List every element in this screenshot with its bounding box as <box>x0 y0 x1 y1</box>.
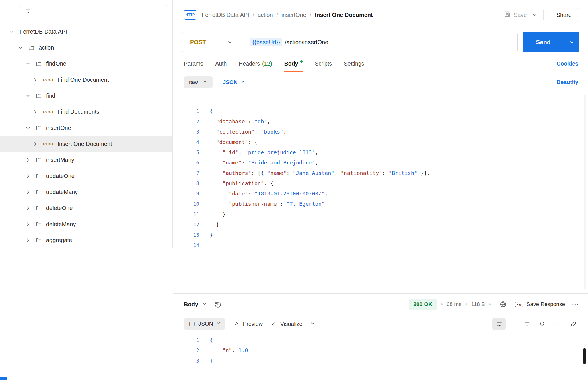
breadcrumb-item[interactable]: FerretDB Data API <box>202 12 249 18</box>
tree-request-find-one-document[interactable]: POSTFind One Document <box>0 72 172 88</box>
language-select[interactable]: JSON <box>223 79 246 85</box>
plus-icon <box>7 7 15 16</box>
response-body-code[interactable]: 1{2 "n": 1.03} <box>173 333 588 366</box>
line-number: 5 <box>173 147 199 158</box>
tree-request-insert-one-document[interactable]: POSTInsert One Document <box>0 136 172 152</box>
visualize-button[interactable]: Visualize <box>271 320 303 328</box>
code-line: 9 "date": "1813-01-28T00:00:00Z", <box>173 189 588 199</box>
save-options-chevron[interactable] <box>532 13 537 17</box>
tree-request-find-documents[interactable]: POSTFind Documents <box>0 104 172 120</box>
collection-search-input[interactable] <box>20 5 167 18</box>
share-button[interactable]: Share <box>549 8 579 22</box>
folder-icon <box>36 93 42 99</box>
chevron-down-icon[interactable] <box>25 60 31 67</box>
code-line: 1{ <box>173 335 588 345</box>
save-response-button[interactable]: e.g. Save Response <box>515 301 565 307</box>
request-body-code: 1{2 "database": "db",3 "collection": "bo… <box>173 106 588 250</box>
divider <box>543 10 544 20</box>
line-number: 3 <box>173 356 199 366</box>
chevron-right-icon[interactable] <box>25 221 31 227</box>
tree-folder-findone[interactable]: findOne <box>0 56 172 72</box>
method-badge: POST <box>43 142 54 146</box>
tree-folder-action[interactable]: action <box>0 40 172 56</box>
chevron-right-icon[interactable] <box>32 109 38 115</box>
request-body-editor[interactable]: 1{2 "database": "db",3 "collection": "bo… <box>173 92 588 293</box>
wrap-text-button[interactable] <box>492 318 506 330</box>
chevron-down-icon[interactable] <box>17 44 24 51</box>
url-input[interactable]: {{baseUrl}} /action/insertOne <box>250 38 328 46</box>
baseurl-variable-chip[interactable]: {{baseUrl}} <box>250 38 282 46</box>
line-number: 10 <box>173 199 199 209</box>
tree-collection-ferretdb-data-api[interactable]: FerretDB Data API <box>0 23 172 40</box>
chevron-right-icon[interactable] <box>25 205 31 211</box>
copy-icon[interactable] <box>552 318 564 330</box>
chevron-right-icon[interactable] <box>32 77 38 83</box>
search-icon[interactable] <box>536 318 548 330</box>
response-time: 68 ms <box>447 301 462 307</box>
send-options-chevron[interactable] <box>564 32 579 52</box>
breadcrumb-current: Insert One Document <box>315 12 373 18</box>
visualize-label: Visualize <box>280 321 303 327</box>
line-number: 14 <box>173 240 199 250</box>
code-line: 3 "collection": "books", <box>173 127 588 137</box>
chevron-right-icon[interactable] <box>25 237 31 243</box>
tab-scripts[interactable]: Scripts <box>315 54 332 73</box>
beautify-link[interactable]: Beautify <box>557 79 578 85</box>
breadcrumb-item[interactable]: insertOne <box>281 12 306 18</box>
tree-folder-insertone[interactable]: insertOne <box>0 120 172 136</box>
wand-icon <box>271 320 277 328</box>
tab-settings[interactable]: Settings <box>344 54 364 73</box>
chevron-down-icon[interactable] <box>9 28 15 35</box>
more-options-icon[interactable] <box>571 301 579 308</box>
preview-button[interactable]: Preview <box>233 320 262 328</box>
new-button[interactable] <box>6 7 16 16</box>
response-history-icon[interactable] <box>214 301 222 308</box>
tab-body[interactable]: Body <box>284 54 303 73</box>
sidebar-toolbar <box>0 0 172 21</box>
link-icon[interactable] <box>567 318 579 330</box>
tab-headers[interactable]: Headers(12) <box>239 54 272 73</box>
tab-params[interactable]: Params <box>184 54 203 73</box>
breadcrumb-item[interactable]: action <box>258 12 273 18</box>
chevron-right-icon[interactable] <box>25 173 31 179</box>
tree-folder-updatemany[interactable]: updateMany <box>0 184 172 200</box>
response-format-select[interactable]: { } JSON <box>184 318 225 330</box>
chevron-down-icon[interactable] <box>25 93 31 99</box>
response-scrollbar-thumb[interactable] <box>583 348 586 364</box>
tree-item-label: Find One Document <box>57 77 109 83</box>
chevron-right-icon[interactable] <box>25 189 31 195</box>
folder-icon <box>36 157 42 163</box>
tree-item-label: updateMany <box>46 189 78 195</box>
body-content-dot <box>300 60 303 63</box>
filter-lines-icon[interactable] <box>521 318 533 330</box>
chevron-right-icon[interactable] <box>25 157 31 163</box>
chevron-down-icon[interactable] <box>25 125 31 131</box>
sidebar: FerretDB Data APIactionfindOnePOSTFind O… <box>0 0 173 248</box>
line-number: 7 <box>173 168 199 178</box>
tree-folder-find[interactable]: find <box>0 88 172 104</box>
editor-scrollbar[interactable] <box>584 95 586 289</box>
chevron-right-icon[interactable] <box>32 141 38 147</box>
code-line: 14 <box>173 240 588 250</box>
code-line: 4 "document": { <box>173 137 588 147</box>
tree-item-label: findOne <box>46 60 66 67</box>
tree-folder-insertmany[interactable]: insertMany <box>0 152 172 168</box>
network-info-icon[interactable] <box>499 301 507 308</box>
send-button[interactable]: Send <box>523 32 564 52</box>
tree-folder-deletemany[interactable]: deleteMany <box>0 216 172 232</box>
response-format-label: JSON <box>198 321 213 327</box>
tree-folder-deleteone[interactable]: deleteOne <box>0 200 172 216</box>
cookies-link[interactable]: Cookies <box>556 60 578 67</box>
response-body-select[interactable]: Body <box>184 301 207 308</box>
method-select[interactable]: POST <box>182 39 232 46</box>
visualize-options-chevron[interactable] <box>310 321 315 327</box>
collection-tree: FerretDB Data APIactionfindOnePOSTFind O… <box>0 21 172 248</box>
code-content: { <box>199 335 213 345</box>
line-number: 2 <box>173 116 199 127</box>
code-content: } <box>199 356 213 366</box>
save-button[interactable]: Save <box>504 11 527 19</box>
tree-folder-updateone[interactable]: updateOne <box>0 168 172 184</box>
tab-auth[interactable]: Auth <box>215 54 227 73</box>
body-format-select[interactable]: raw <box>184 76 213 88</box>
tree-folder-aggregate[interactable]: aggregate <box>0 232 172 248</box>
